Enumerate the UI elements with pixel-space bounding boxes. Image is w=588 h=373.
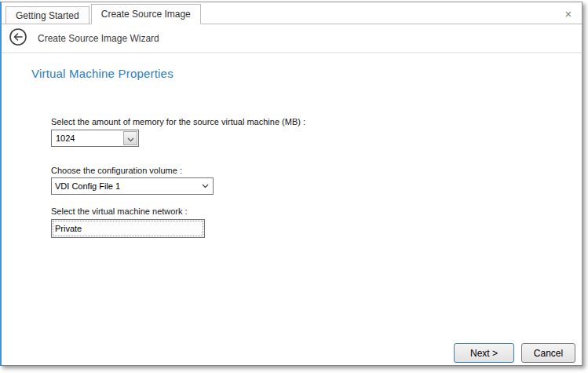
config-volume-combobox-value: VDI Config File 1 — [52, 181, 197, 191]
close-icon: × — [565, 8, 572, 20]
tab-getting-started[interactable]: Getting Started — [5, 6, 89, 24]
back-arrow-icon — [9, 27, 27, 49]
network-combobox-value: Private — [51, 219, 205, 238]
wizard-window: Getting Started Create Source Image × Cr… — [0, 2, 583, 366]
chevron-down-icon — [127, 131, 134, 145]
network-field-label: Select the virtual machine network : — [51, 207, 188, 216]
back-button[interactable] — [9, 29, 27, 48]
chevron-down-icon — [197, 184, 213, 188]
memory-combobox-value: 1024 — [52, 130, 122, 146]
tab-create-source-image-label: Create Source Image — [101, 9, 191, 20]
screenshot-stage: Getting Started Create Source Image × Cr… — [0, 0, 588, 373]
memory-dropdown-button[interactable] — [123, 131, 137, 145]
config-volume-field-label: Choose the configuration volume : — [51, 166, 182, 175]
wizard-title: Create Source Image Wizard — [38, 33, 159, 44]
tab-getting-started-label: Getting Started — [16, 10, 79, 21]
page-title: Virtual Machine Properties — [31, 67, 173, 80]
next-button[interactable]: Next > — [454, 343, 514, 363]
memory-combobox[interactable]: 1024 — [51, 130, 139, 147]
wizard-header: Create Source Image Wizard — [2, 24, 582, 53]
tab-bar: Getting Started Create Source Image — [2, 2, 582, 24]
config-volume-combobox[interactable]: VDI Config File 1 — [51, 177, 214, 195]
close-button[interactable]: × — [561, 6, 575, 20]
tab-create-source-image[interactable]: Create Source Image — [91, 4, 201, 24]
memory-field-label: Select the amount of memory for the sour… — [51, 117, 305, 126]
network-combobox[interactable]: Private — [51, 219, 222, 238]
cancel-button[interactable]: Cancel — [521, 343, 575, 363]
